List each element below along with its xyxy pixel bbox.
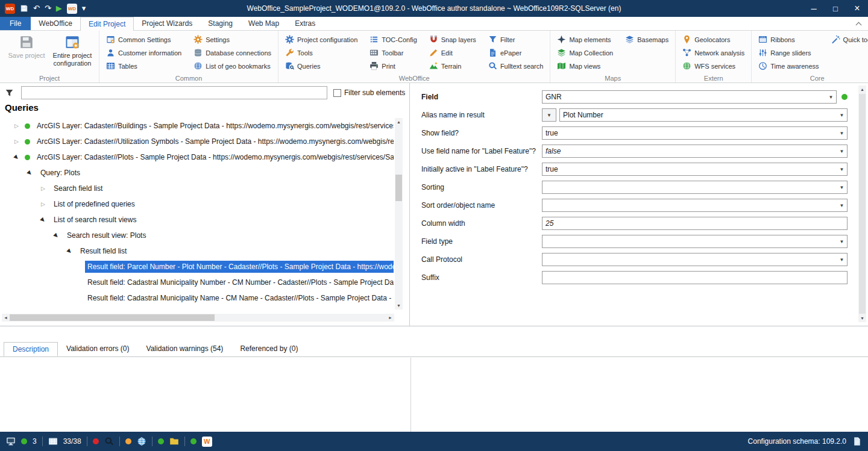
- ribbon-button[interactable]: Terrain: [427, 60, 478, 72]
- ribbon-button[interactable]: Database connections: [192, 46, 273, 59]
- ribbon-button[interactable]: Snap layers: [427, 33, 478, 46]
- expander-icon[interactable]: [41, 185, 51, 191]
- table-status-icon[interactable]: [48, 437, 58, 446]
- property-control[interactable]: Plot Number ▼: [559, 108, 848, 122]
- ribbon-button[interactable]: Range sliders: [756, 46, 820, 59]
- tab-validation-errors[interactable]: Validation errors (0): [58, 342, 137, 356]
- properties-vertical-scrollbar[interactable]: ▲ ▼: [858, 86, 866, 322]
- expander-icon[interactable]: [14, 154, 25, 160]
- dropdown-caret-icon[interactable]: ▼: [837, 239, 847, 244]
- tree-item[interactable]: Result field list: [0, 243, 394, 259]
- tree-item[interactable]: ArcGIS Layer: Cadaster//Utilization Symb…: [0, 134, 394, 149]
- undo-icon[interactable]: ↶: [33, 4, 40, 13]
- collapse-ribbon-icon[interactable]: [856, 21, 861, 26]
- tree-item[interactable]: ArcGIS Layer: Cadaster//Buildings - Samp…: [0, 118, 394, 134]
- property-control[interactable]: true ▼: [542, 163, 848, 176]
- dropdown-caret-icon[interactable]: ▼: [837, 131, 847, 136]
- tree-item[interactable]: ArcGIS Layer: Cadaster//Plots - Sample P…: [0, 149, 394, 165]
- scroll-down-icon[interactable]: ▼: [858, 314, 866, 322]
- property-control[interactable]: 25 ▼: [542, 217, 848, 230]
- property-control[interactable]: true ▼: [542, 126, 848, 140]
- property-control[interactable]: ▼: [542, 253, 848, 266]
- monitor-icon[interactable]: [6, 437, 16, 446]
- scroll-up-icon[interactable]: ▲: [858, 86, 866, 93]
- filter-sub-elements-checkbox[interactable]: [333, 89, 341, 97]
- tab-weboffice[interactable]: WebOffice: [31, 17, 80, 30]
- dropdown-caret-icon[interactable]: ▼: [837, 203, 847, 208]
- tree-horizontal-scrollbar[interactable]: ◄ ►: [2, 314, 394, 322]
- redo-icon[interactable]: ↷: [45, 4, 51, 13]
- ribbon-button[interactable]: WFS services: [681, 60, 746, 72]
- qat-menu-icon[interactable]: ▾: [82, 4, 86, 13]
- green-status-dot[interactable]: [190, 438, 197, 444]
- property-control[interactable]: ▼: [542, 271, 848, 284]
- search-status-icon[interactable]: [104, 437, 114, 446]
- tab-file[interactable]: File: [0, 17, 31, 30]
- close-button[interactable]: ×: [846, 0, 868, 17]
- dropdown-caret-icon[interactable]: ▼: [826, 95, 836, 100]
- ribbon-button[interactable]: Ribbons: [756, 33, 820, 46]
- ribbon-button[interactable]: Map Collection: [555, 46, 615, 59]
- property-control[interactable]: false ▼: [542, 145, 848, 158]
- green-status-dot[interactable]: [21, 438, 27, 444]
- tab-project-wizards[interactable]: Project Wizards: [134, 17, 200, 30]
- scroll-up-icon[interactable]: ▲: [395, 118, 403, 126]
- green-status-dot[interactable]: [158, 438, 164, 444]
- scroll-thumb[interactable]: [10, 314, 215, 321]
- tree-item[interactable]: Query: Plots: [0, 165, 394, 181]
- tree-item[interactable]: Result field: Parcel Number - Plot Numbe…: [0, 259, 394, 275]
- ribbon-button[interactable]: Toolbar: [368, 46, 418, 59]
- ribbon-button[interactable]: Basemaps: [623, 33, 670, 46]
- ribbon-button[interactable]: Map views: [555, 60, 615, 72]
- dropdown-caret-icon[interactable]: ▼: [837, 257, 847, 263]
- app-logo-icon[interactable]: WD: [5, 4, 15, 14]
- ribbon-button[interactable]: List of geo bookmarks: [192, 60, 273, 72]
- ribbon-button[interactable]: Network analysis: [681, 46, 746, 59]
- property-control[interactable]: ▼: [542, 199, 848, 212]
- separator[interactable]: [119, 437, 120, 446]
- combo-dropdown-button[interactable]: ▼: [542, 108, 556, 122]
- scroll-thumb[interactable]: [859, 94, 866, 314]
- ribbon-button[interactable]: TOC-Config: [368, 33, 418, 46]
- ribbon-button[interactable]: Edit: [427, 46, 478, 59]
- scroll-thumb[interactable]: [395, 175, 402, 201]
- tree-item[interactable]: Result field: Cadastral Municipality Nam…: [0, 290, 394, 306]
- layer-count[interactable]: 33/3833/38: [63, 437, 81, 446]
- ribbon-button[interactable]: Filter: [486, 33, 546, 46]
- orange-status-dot[interactable]: [125, 438, 131, 444]
- minimize-button[interactable]: ─: [803, 0, 825, 17]
- ribbon-big-button[interactable]: Entire project configuration: [51, 33, 94, 73]
- property-control[interactable]: GNR ▼: [542, 90, 837, 104]
- ribbon-button[interactable]: Quick tools: [829, 33, 868, 46]
- ribbon-big-button[interactable]: Save project: [5, 33, 48, 73]
- schema-doc-icon[interactable]: [852, 437, 862, 446]
- property-control[interactable]: ▼: [542, 235, 848, 248]
- tab-referenced-by[interactable]: Referenced by (0): [231, 342, 306, 356]
- ribbon-button[interactable]: Geolocators: [681, 33, 746, 46]
- tab-extras[interactable]: Extras: [287, 17, 323, 30]
- dropdown-caret-icon[interactable]: ▼: [837, 185, 847, 190]
- ribbon-button[interactable]: Customer information: [104, 46, 183, 59]
- save-icon[interactable]: [20, 4, 28, 13]
- tab-validation-warnings[interactable]: Validation warnings (54): [138, 342, 232, 356]
- tab-description[interactable]: Description: [4, 342, 58, 356]
- scroll-right-icon[interactable]: ►: [386, 314, 394, 322]
- expander-icon[interactable]: [41, 201, 51, 207]
- red-status-dot[interactable]: [93, 438, 99, 444]
- separator[interactable]: [87, 437, 87, 446]
- wd-tool-icon[interactable]: WD: [67, 4, 77, 14]
- tab-staging[interactable]: Staging: [200, 17, 241, 30]
- ribbon-button[interactable]: Queries: [283, 60, 359, 72]
- expander-icon[interactable]: [68, 248, 78, 254]
- expander-icon[interactable]: [14, 138, 25, 145]
- folder-status-icon[interactable]: [169, 437, 179, 446]
- ribbon-button[interactable]: Map elements: [555, 33, 615, 46]
- expander-icon[interactable]: [41, 217, 51, 223]
- expander-icon[interactable]: [54, 232, 64, 238]
- run-icon[interactable]: ▶: [56, 4, 62, 13]
- property-control[interactable]: ▼: [542, 181, 848, 194]
- dropdown-caret-icon[interactable]: ▼: [837, 149, 847, 154]
- scroll-left-icon[interactable]: ◄: [2, 314, 10, 322]
- maximize-button[interactable]: □: [825, 0, 846, 17]
- ribbon-button[interactable]: Print: [368, 60, 418, 72]
